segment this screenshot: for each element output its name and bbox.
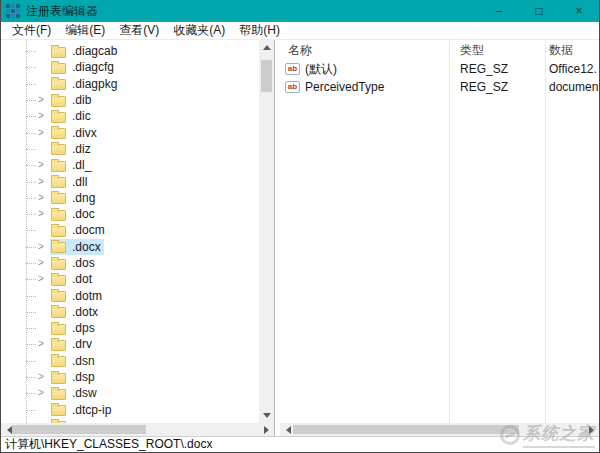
tree-item-label: .dib xyxy=(72,93,91,107)
tree-item[interactable]: .diagpkg xyxy=(1,76,259,92)
tree-item[interactable]: > .dsp xyxy=(1,369,259,385)
tree-item[interactable]: > .drv xyxy=(1,336,259,352)
tree-item[interactable]: .docm xyxy=(1,222,259,238)
tree-item-label: .dsn xyxy=(72,354,95,368)
column-separator[interactable] xyxy=(449,40,450,423)
close-button[interactable]: × xyxy=(559,0,599,22)
folder-icon xyxy=(51,193,66,204)
expand-chevron-icon[interactable]: > xyxy=(36,388,46,398)
tree-item-label: .dot xyxy=(72,272,92,286)
tree-item[interactable]: > .docx xyxy=(1,239,259,255)
value-row[interactable]: ab PerceivedType REG_SZ documen xyxy=(280,78,599,96)
tree-item-label: .dsw xyxy=(72,386,97,400)
tree-connector xyxy=(26,133,36,134)
registry-app-icon xyxy=(6,4,20,18)
tree-item-label: .dsp xyxy=(72,370,95,384)
expand-chevron-icon[interactable]: > xyxy=(36,193,46,203)
tree-item[interactable]: > .dl_ xyxy=(1,157,259,173)
tree-item[interactable]: > .dic xyxy=(1,108,259,124)
value-name: (默认) xyxy=(305,61,337,78)
folder-icon xyxy=(51,177,66,188)
folder-icon xyxy=(51,210,66,221)
value-name: PerceivedType xyxy=(305,80,384,94)
scroll-up-button[interactable] xyxy=(259,40,274,54)
tree-item-label: .diagcfg xyxy=(72,60,114,74)
expand-chevron-icon[interactable]: > xyxy=(36,372,46,382)
tree-item[interactable]: .dps xyxy=(1,320,259,336)
expand-chevron-icon[interactable]: > xyxy=(36,128,46,138)
folder-icon xyxy=(51,63,66,74)
tree-item[interactable]: > .divx xyxy=(1,124,259,140)
menu-item[interactable]: 帮助(H) xyxy=(232,22,287,39)
folder-icon xyxy=(51,275,66,286)
tree-item[interactable]: > .dot xyxy=(1,271,259,287)
folder-icon xyxy=(51,112,66,123)
menu-item[interactable]: 文件(F) xyxy=(5,22,58,39)
tree-item[interactable]: > .dll xyxy=(1,173,259,189)
tree-item-label: .dl_ xyxy=(72,158,91,172)
expand-chevron-icon[interactable]: > xyxy=(36,258,46,268)
value-row[interactable]: ab (默认) REG_SZ Office12. xyxy=(280,60,599,78)
titlebar[interactable]: 注册表编辑器 – □ × xyxy=(1,0,599,22)
value-data: Office12. xyxy=(545,62,597,76)
folder-icon xyxy=(51,405,66,416)
scroll-down-button[interactable] xyxy=(259,409,274,423)
minimize-button[interactable]: – xyxy=(479,0,519,22)
folder-icon xyxy=(51,47,66,58)
tree-connector xyxy=(26,393,36,394)
expand-chevron-icon[interactable]: > xyxy=(36,95,46,105)
folder-icon xyxy=(51,79,66,90)
values-horizontal-scrollbar[interactable] xyxy=(280,423,599,436)
tree-item[interactable]: .diz xyxy=(1,141,259,157)
horizontal-scroll-thumb[interactable] xyxy=(12,425,146,434)
tree-item-label: .docm xyxy=(72,223,105,237)
tree-item[interactable]: > .dib xyxy=(1,92,259,108)
tree-vertical-scrollbar[interactable] xyxy=(259,40,274,423)
menu-item[interactable]: 编辑(E) xyxy=(58,22,112,39)
expand-chevron-icon[interactable]: > xyxy=(36,274,46,284)
expand-chevron-icon[interactable]: > xyxy=(36,177,46,187)
tree-item[interactable]: .dotx xyxy=(1,304,259,320)
tree-item[interactable]: > .dos xyxy=(1,255,259,271)
scroll-right-button[interactable] xyxy=(584,423,599,436)
tree-connector xyxy=(26,149,36,150)
folder-icon xyxy=(51,96,66,107)
expand-chevron-icon[interactable]: > xyxy=(36,242,46,252)
tree-item-label: .diagpkg xyxy=(72,77,117,91)
tree-item[interactable]: > .dsw xyxy=(1,385,259,401)
tree-connector xyxy=(26,279,36,280)
horizontal-scroll-thumb[interactable] xyxy=(293,425,519,434)
vertical-scroll-thumb[interactable] xyxy=(261,60,272,92)
tree-connector xyxy=(26,344,36,345)
expand-chevron-icon[interactable]: > xyxy=(36,111,46,121)
tree-item[interactable]: > .dng xyxy=(1,190,259,206)
tree-item-label: .divx xyxy=(72,126,97,140)
expand-chevron-icon[interactable]: > xyxy=(36,160,46,170)
expand-chevron-icon[interactable]: > xyxy=(36,209,46,219)
tree-item[interactable]: .dtcp-ip xyxy=(1,402,259,418)
tree-horizontal-scrollbar[interactable] xyxy=(1,423,274,436)
menu-item[interactable]: 收藏夹(A) xyxy=(166,22,232,39)
column-header-name[interactable]: 名称 xyxy=(280,42,449,59)
tree-item[interactable]: .diagcfg xyxy=(1,59,259,75)
value-data: documen xyxy=(545,80,598,94)
tree-item-label: .docx xyxy=(72,240,101,254)
menu-item[interactable]: 查看(V) xyxy=(112,22,166,39)
tree-item[interactable]: > .doc xyxy=(1,206,259,222)
tree-item[interactable]: .diagcab xyxy=(1,43,259,59)
tree-item-label: .dos xyxy=(72,256,95,270)
registry-tree[interactable]: .diagcab .diagcfg .diagpkg > .dib > .dic xyxy=(1,40,259,423)
column-header-data[interactable]: 数据 xyxy=(545,42,573,59)
tree-connector xyxy=(26,51,36,52)
column-header-type[interactable]: 类型 xyxy=(449,42,545,59)
expand-chevron-icon[interactable]: > xyxy=(36,339,46,349)
column-separator[interactable] xyxy=(545,40,546,423)
tree-item[interactable]: .dsn xyxy=(1,353,259,369)
tree-item-label: .dtcp-ip xyxy=(72,403,111,417)
scroll-right-button[interactable] xyxy=(259,423,274,436)
folder-icon xyxy=(51,144,66,155)
tree-item[interactable]: .dotm xyxy=(1,287,259,303)
folder-icon xyxy=(51,324,66,335)
tree-connector xyxy=(26,247,36,248)
maximize-button[interactable]: □ xyxy=(519,0,559,22)
